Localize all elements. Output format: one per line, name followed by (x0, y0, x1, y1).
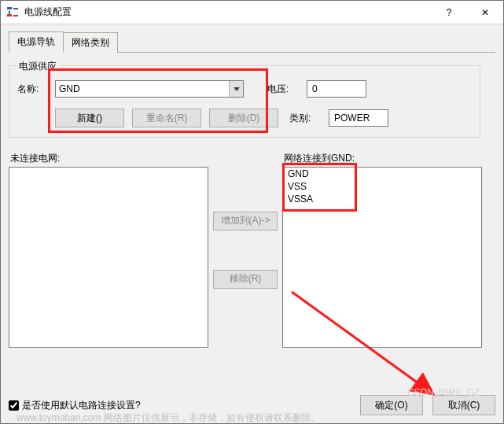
group-legend: 电源供应 (16, 60, 60, 73)
name-input[interactable] (56, 81, 229, 97)
connected-label: 网络连接到GND: (282, 152, 482, 165)
rename-button[interactable]: 重命名(R) (132, 109, 201, 127)
button-label: 取消(C) (448, 399, 480, 412)
button-label: 新建() (77, 112, 102, 125)
list-item[interactable]: GND (283, 168, 481, 180)
svg-rect-4 (13, 15, 18, 17)
svg-rect-2 (9, 11, 10, 14)
power-supply-group: 电源供应 名称: 电压: 0 (9, 65, 480, 138)
checkbox-label: 是否使用默认电路连接设置? (22, 399, 141, 412)
button-label: 移除(R) (230, 272, 262, 286)
close-icon: ✕ (481, 7, 489, 18)
svg-rect-0 (7, 7, 12, 9)
list-item[interactable]: VSS (283, 180, 481, 193)
voltage-value: 0 (312, 83, 318, 94)
app-icon (6, 6, 20, 20)
help-button[interactable]: ? (431, 1, 467, 24)
remove-button[interactable]: 移除(R) (213, 270, 278, 289)
voltage-field[interactable]: 0 (307, 80, 366, 98)
tab-net-classes[interactable]: 网络类别 (63, 32, 118, 53)
tab-label: 网络类别 (72, 37, 109, 48)
button-label: 增加到(A)-> (221, 214, 270, 227)
svg-rect-1 (13, 8, 18, 9)
help-icon: ? (447, 7, 452, 18)
tab-label: 电源导轨 (17, 36, 55, 47)
category-label: 类别: (289, 112, 321, 125)
name-combo[interactable] (55, 80, 244, 98)
window-title: 电源线配置 (24, 6, 431, 19)
chevron-down-icon (234, 83, 240, 94)
net-transfer-area: 未连接电网: 增加到(A)-> 移除(R) 网络连接到GND: GND VSS (9, 152, 495, 348)
combo-dropdown-button[interactable] (229, 81, 243, 97)
button-label: 重命名(R) (146, 112, 188, 125)
dialog-window: 电源线配置 ? ✕ 电源导轨 网络类别 电源供应 名称: (0, 0, 504, 424)
new-button[interactable]: 新建() (55, 109, 124, 127)
unconnected-listbox[interactable] (9, 167, 208, 348)
tabstrip: 电源导轨 网络类别 (9, 34, 495, 53)
defaults-checkbox[interactable]: 是否使用默认电路连接设置? (9, 399, 141, 412)
category-field[interactable]: POWER (329, 109, 388, 127)
tab-power-rails[interactable]: 电源导轨 (9, 31, 64, 53)
watermark-text: www.toymoban.com 网络图片仅供展示，非存储，如有侵权请联系删除。 (17, 411, 321, 424)
connected-listbox[interactable]: GND VSS VSSA (282, 167, 482, 348)
delete-button[interactable]: 删除(D) (209, 109, 278, 127)
unconnected-label: 未连接电网: (9, 152, 208, 165)
list-item[interactable]: VSSA (283, 193, 481, 205)
defaults-checkbox-input[interactable] (9, 400, 19, 411)
add-button[interactable]: 增加到(A)-> (213, 212, 278, 230)
button-label: 确定(O) (375, 399, 407, 412)
close-button[interactable]: ✕ (467, 1, 503, 24)
watermark-text: CSDN @WX_GZ (407, 387, 480, 398)
titlebar: 电源线配置 ? ✕ (1, 1, 503, 24)
name-label: 名称: (17, 83, 47, 96)
category-value: POWER (334, 112, 370, 124)
button-label: 删除(D) (228, 112, 260, 125)
voltage-label: 电压: (267, 83, 299, 96)
svg-rect-3 (7, 14, 12, 17)
